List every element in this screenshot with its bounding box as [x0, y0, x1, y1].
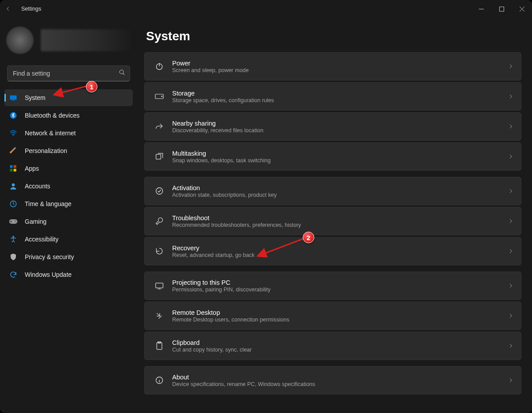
svg-point-16 — [12, 236, 14, 237]
card-about[interactable]: About Device specifications, rename PC, … — [144, 366, 521, 394]
card-recovery[interactable]: Recovery Reset, advanced startup, go bac… — [144, 237, 521, 265]
sidebar-item-label: Privacy & security — [25, 253, 74, 260]
svg-rect-10 — [14, 169, 16, 172]
svg-rect-3 — [10, 96, 17, 100]
user-block[interactable] — [4, 20, 133, 60]
sidebar-item-personalization[interactable]: Personalization — [4, 142, 133, 159]
card-title: Power — [172, 60, 508, 67]
card-troubleshoot[interactable]: Troubleshoot Recommended troubleshooters… — [144, 207, 521, 235]
maximize-button[interactable] — [491, 0, 512, 18]
chevron-right-icon — [508, 123, 514, 130]
card-subtitle: Storage space, drives, configuration rul… — [172, 97, 508, 103]
card-subtitle: Activation state, subscriptions, product… — [172, 192, 508, 198]
card-title: Recovery — [172, 245, 508, 252]
callout-2: 2 — [303, 232, 314, 243]
svg-point-11 — [12, 184, 15, 187]
sidebar-item-accessibility[interactable]: Accessibility — [4, 231, 133, 248]
user-name-redacted — [41, 29, 133, 51]
svg-rect-4 — [12, 100, 15, 100]
chevron-right-icon — [508, 188, 514, 194]
power-icon — [154, 61, 164, 71]
chevron-right-icon — [508, 343, 514, 349]
window-title: Settings — [16, 6, 41, 12]
card-remote-desktop[interactable]: Remote Desktop Remote Desktop users, con… — [144, 302, 521, 330]
sidebar-item-privacy[interactable]: Privacy & security — [4, 249, 133, 265]
callout-1: 1 — [86, 81, 97, 92]
card-subtitle: Cut and copy history, sync, clear — [172, 347, 508, 353]
search-input[interactable] — [7, 65, 130, 81]
sidebar: System Bluetooth & devices Network & int… — [0, 18, 137, 413]
sidebar-item-gaming[interactable]: Gaming — [4, 213, 133, 230]
sidebar-item-network[interactable]: Network & internet — [4, 125, 133, 141]
card-title: About — [172, 374, 508, 381]
sidebar-item-label: Windows Update — [25, 271, 72, 278]
sidebar-item-time-language[interactable]: Time & language — [4, 195, 133, 212]
card-power[interactable]: Power Screen and sleep, power mode — [144, 52, 521, 80]
sidebar-item-label: Bluetooth & devices — [25, 112, 80, 119]
info-icon — [154, 375, 164, 385]
callout-2-arrow — [257, 237, 306, 257]
svg-rect-8 — [14, 165, 16, 168]
svg-rect-22 — [156, 283, 163, 288]
card-projecting[interactable]: Projecting to this PC Permissions, pairi… — [144, 272, 521, 300]
settings-list: Power Screen and sleep, power mode Stora… — [144, 52, 521, 394]
checkmark-circle-icon — [154, 186, 164, 196]
card-title: Multitasking — [172, 150, 508, 157]
minimize-button[interactable] — [471, 0, 491, 18]
clipboard-icon — [154, 341, 164, 351]
card-activation[interactable]: Activation Activation state, subscriptio… — [144, 177, 521, 205]
search-field[interactable] — [7, 65, 130, 81]
update-icon — [9, 270, 18, 279]
card-title: Troubleshoot — [172, 214, 508, 222]
chevron-right-icon — [508, 313, 514, 319]
multitasking-icon — [154, 152, 164, 161]
sidebar-item-label: Apps — [25, 165, 39, 172]
share-icon — [154, 122, 164, 131]
sidebar-item-label: Gaming — [25, 218, 46, 225]
back-button[interactable] — [0, 0, 16, 18]
svg-point-15 — [15, 222, 16, 222]
card-clipboard[interactable]: Clipboard Cut and copy history, sync, cl… — [144, 332, 521, 360]
sidebar-item-apps[interactable]: Apps — [4, 160, 133, 177]
card-subtitle: Discoverability, received files location — [172, 127, 508, 134]
card-title: Storage — [172, 90, 508, 97]
callout-1-arrow — [53, 84, 89, 97]
card-nearby-sharing[interactable]: Nearby sharing Discoverability, received… — [144, 112, 521, 141]
chevron-right-icon — [508, 93, 514, 99]
paintbrush-icon — [9, 146, 18, 155]
sidebar-item-label: Network & internet — [25, 130, 76, 137]
card-subtitle: Recommended troubleshooters, preferences… — [172, 222, 508, 228]
svg-point-14 — [15, 220, 15, 221]
card-title: Clipboard — [172, 339, 508, 346]
card-title: Activation — [172, 184, 508, 191]
clock-globe-icon — [9, 199, 18, 208]
main-content: System Power Screen and sleep, power mod… — [137, 18, 532, 413]
chevron-right-icon — [508, 248, 514, 254]
sidebar-item-windows-update[interactable]: Windows Update — [4, 266, 133, 283]
card-title: Projecting to this PC — [172, 279, 508, 286]
svg-point-2 — [120, 70, 123, 74]
card-subtitle: Reset, advanced startup, go back — [172, 252, 508, 258]
card-subtitle: Remote Desktop users, connection permiss… — [172, 317, 508, 323]
card-multitasking[interactable]: Multitasking Snap windows, desktops, tas… — [144, 142, 521, 171]
sidebar-item-label: System — [25, 94, 46, 101]
svg-rect-0 — [479, 9, 484, 9]
settings-window: Settings — [0, 0, 532, 413]
sidebar-item-accounts[interactable]: Accounts — [4, 178, 133, 195]
close-button[interactable] — [512, 0, 532, 18]
svg-rect-20 — [156, 154, 161, 159]
sidebar-item-bluetooth[interactable]: Bluetooth & devices — [4, 107, 133, 124]
window-controls — [471, 0, 532, 18]
wrench-icon — [154, 216, 164, 226]
sidebar-item-label: Accounts — [25, 183, 50, 190]
search-icon — [119, 69, 126, 76]
card-subtitle: Permissions, pairing PIN, discoverabilit… — [172, 287, 508, 293]
person-icon — [9, 182, 18, 191]
svg-point-19 — [162, 96, 162, 97]
card-subtitle: Screen and sleep, power mode — [172, 67, 508, 73]
apps-icon — [9, 164, 18, 173]
chevron-right-icon — [508, 63, 514, 69]
card-storage[interactable]: Storage Storage space, drives, configura… — [144, 82, 521, 111]
gamepad-icon — [9, 217, 18, 226]
svg-rect-23 — [157, 343, 162, 350]
